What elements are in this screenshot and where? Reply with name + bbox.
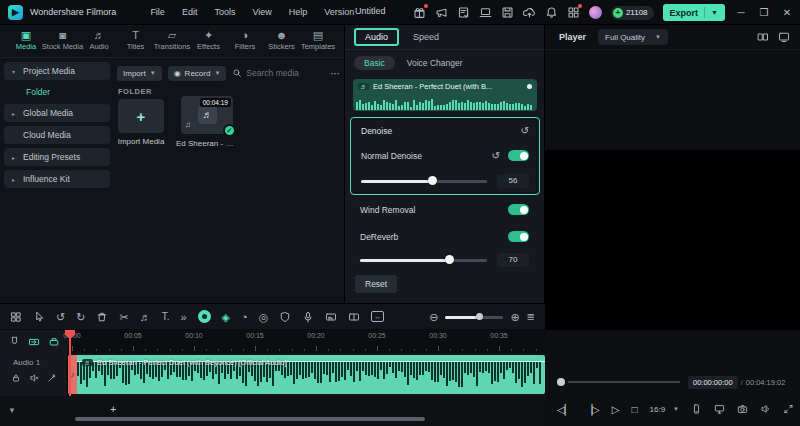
snapshot-camera-icon[interactable] bbox=[737, 403, 748, 415]
gift-icon[interactable] bbox=[413, 6, 426, 19]
keyframe-icon[interactable]: ◈ bbox=[222, 311, 230, 323]
tab-transitions[interactable]: ▱Transitions bbox=[154, 29, 190, 57]
render-preview-icon[interactable] bbox=[48, 336, 60, 348]
menu-version[interactable]: Version bbox=[324, 7, 354, 17]
fit-display-icon[interactable] bbox=[778, 31, 790, 43]
denoise-tool-icon[interactable] bbox=[198, 310, 211, 323]
sidebar-item-influence-kit[interactable]: ▸Influence Kit bbox=[4, 170, 110, 188]
scrubber-track[interactable] bbox=[568, 381, 680, 383]
import-button[interactable]: Import ▼ bbox=[117, 66, 162, 81]
audio-media-item[interactable]: ♬ ♫ 00:04:19 ✓ bbox=[181, 96, 233, 134]
timeline-zoom-slider[interactable] bbox=[445, 316, 503, 319]
maximize-button[interactable]: ❐ bbox=[757, 7, 771, 18]
speech-to-text-icon[interactable] bbox=[325, 311, 337, 323]
tab-stock-media[interactable]: ◙Stock Media bbox=[45, 29, 81, 57]
reset-denoise-icon[interactable]: ↺ bbox=[521, 126, 529, 136]
timeline-ruler[interactable]: 00:0000:0500:1000:1500:2000:2500:3000:35 bbox=[68, 330, 545, 353]
sidebar-item-project-media[interactable]: ▾Project Media bbox=[4, 62, 110, 80]
volume-knob[interactable] bbox=[527, 84, 532, 89]
track-manager-icon[interactable]: ≣ bbox=[527, 311, 535, 323]
split-screen-icon[interactable] bbox=[348, 311, 360, 323]
record-button[interactable]: ◉ Record ▼ bbox=[168, 66, 227, 81]
speaker-icon[interactable] bbox=[760, 403, 771, 415]
reset-normal-denoise-icon[interactable]: ↺ bbox=[492, 151, 500, 161]
mirror-display-icon[interactable] bbox=[714, 403, 725, 415]
wind-removal-toggle[interactable] bbox=[508, 204, 529, 215]
collapse-tracks-icon[interactable]: ▼ bbox=[8, 406, 16, 415]
tab-audio[interactable]: ♬Audio bbox=[81, 29, 117, 57]
sidebar-item-cloud-media[interactable]: Cloud Media bbox=[4, 126, 110, 144]
audio-clip[interactable]: ♪ ♬ Ed Sheeran - Perfect Duet (with Beyo… bbox=[68, 355, 545, 394]
tab-stickers[interactable]: ☻Stickers bbox=[264, 29, 300, 57]
notification-bell-icon[interactable] bbox=[545, 6, 558, 19]
add-track-button[interactable]: + bbox=[110, 403, 116, 415]
tab-audio[interactable]: Audio bbox=[354, 28, 399, 46]
split-scissors-icon[interactable]: ✂ bbox=[119, 311, 128, 323]
menu-view[interactable]: View bbox=[252, 7, 271, 17]
menu-tools[interactable]: Tools bbox=[214, 7, 235, 17]
snap-magnet-icon[interactable] bbox=[9, 336, 20, 347]
video-preview[interactable] bbox=[545, 150, 800, 330]
select-cursor-icon[interactable] bbox=[33, 311, 45, 323]
quality-dropdown[interactable]: Full Quality ▼ bbox=[598, 29, 668, 45]
tab-titles[interactable]: TTitles bbox=[118, 29, 154, 57]
megaphone-icon[interactable] bbox=[435, 6, 448, 19]
cloud-upload-icon[interactable] bbox=[523, 6, 536, 19]
lock-track-icon[interactable] bbox=[11, 373, 21, 383]
adjust-track-icon[interactable] bbox=[47, 373, 57, 383]
zoom-in-icon[interactable]: ⊕ bbox=[510, 311, 519, 323]
import-media-card[interactable]: + bbox=[118, 99, 164, 133]
sidebar-item-editing-presets[interactable]: ▸Editing Presets bbox=[4, 148, 110, 166]
scrubber-handle[interactable] bbox=[557, 378, 565, 386]
more-options-icon[interactable]: ⋯ bbox=[330, 68, 341, 79]
normal-denoise-toggle[interactable] bbox=[508, 150, 529, 161]
dereverb-toggle[interactable] bbox=[508, 231, 529, 242]
tab-filters[interactable]: ◑Filters bbox=[227, 29, 263, 57]
selected-audio-clip-preview[interactable]: ♬ Ed Sheeran - Perfect Duet (with B... bbox=[353, 79, 537, 111]
more-tools-icon[interactable]: » bbox=[180, 311, 186, 323]
menu-file[interactable]: File bbox=[150, 7, 165, 17]
reset-button[interactable]: Reset bbox=[355, 275, 397, 293]
subtab-basic[interactable]: Basic bbox=[354, 56, 395, 70]
task-list-icon[interactable] bbox=[457, 6, 470, 19]
tab-effects[interactable]: ✦Effects bbox=[191, 29, 227, 57]
coin-balance[interactable]: + 21108 bbox=[611, 6, 654, 20]
subtab-voice-changer[interactable]: Voice Changer bbox=[407, 58, 463, 68]
aspect-ratio-dropdown[interactable]: 16:9 ▼ bbox=[650, 405, 680, 414]
laptop-icon[interactable] bbox=[479, 6, 492, 19]
tab-media[interactable]: ▣Media bbox=[8, 29, 44, 57]
dereverb-slider[interactable] bbox=[360, 259, 487, 262]
redo-icon[interactable]: ↻ bbox=[76, 311, 85, 323]
save-icon[interactable] bbox=[501, 6, 514, 19]
search-input[interactable] bbox=[246, 68, 318, 78]
play-button[interactable]: ▷ bbox=[612, 404, 620, 415]
horizontal-scrollbar[interactable] bbox=[75, 417, 425, 421]
voiceover-mic-icon[interactable] bbox=[302, 311, 314, 323]
detach-audio-icon[interactable]: ♬ bbox=[140, 311, 151, 323]
menu-edit[interactable]: Edit bbox=[182, 7, 198, 17]
text-tool-icon[interactable]: T. bbox=[162, 311, 170, 323]
mask-shield-icon[interactable] bbox=[279, 311, 291, 323]
delete-icon[interactable] bbox=[96, 311, 108, 323]
normal-denoise-value[interactable]: 56 bbox=[497, 174, 529, 188]
close-button[interactable]: ✕ bbox=[780, 7, 794, 18]
user-avatar[interactable] bbox=[589, 6, 602, 19]
media-grid-icon[interactable] bbox=[10, 311, 22, 323]
undo-icon[interactable]: ↺ bbox=[56, 311, 65, 323]
next-frame-button[interactable]: ▕▷ bbox=[584, 404, 599, 415]
compare-view-icon[interactable] bbox=[757, 31, 769, 43]
sidebar-item-folder[interactable]: Folder bbox=[4, 84, 110, 100]
sidebar-item-global-media[interactable]: ▸Global Media bbox=[4, 104, 110, 122]
mute-track-icon[interactable] bbox=[29, 373, 39, 383]
fullscreen-icon[interactable] bbox=[783, 403, 794, 415]
export-button[interactable]: Export ▼ bbox=[663, 4, 725, 21]
playhead-line[interactable] bbox=[69, 330, 71, 396]
tab-templates[interactable]: ▤Templates bbox=[300, 29, 336, 57]
previous-frame-button[interactable]: ◁▏ bbox=[557, 404, 572, 415]
auto-ripple-icon[interactable] bbox=[28, 336, 40, 348]
minimize-button[interactable]: ─ bbox=[734, 7, 748, 18]
speed-ramp-icon[interactable]: ◔ bbox=[241, 311, 248, 323]
marker-icon[interactable]: ↔ bbox=[371, 311, 384, 322]
dereverb-value[interactable]: 70 bbox=[497, 253, 529, 267]
menu-help[interactable]: Help bbox=[289, 7, 308, 17]
